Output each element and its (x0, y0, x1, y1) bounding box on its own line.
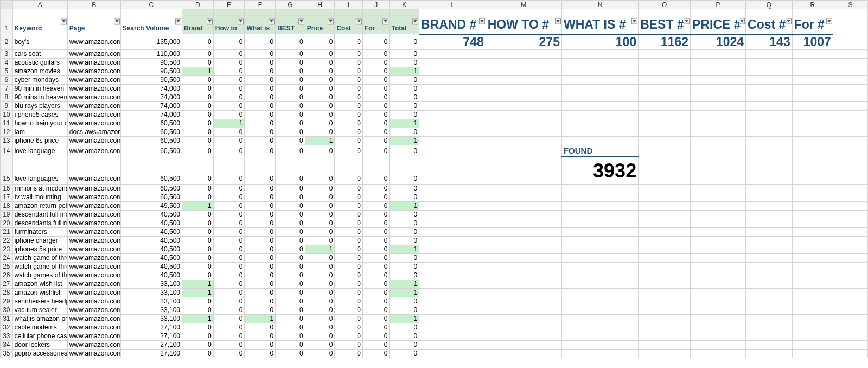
cell-empty[interactable] (561, 323, 638, 332)
rowhead-14[interactable]: 14 (1, 145, 13, 157)
cell-brand[interactable]: 0 (182, 128, 214, 136)
cell-empty[interactable] (561, 93, 638, 101)
cell-price[interactable]: 0 (305, 253, 335, 262)
cell-cost[interactable]: 0 (335, 58, 363, 67)
cell-keyword[interactable]: cyber mondays (12, 75, 67, 84)
cell-brand[interactable]: 0 (182, 136, 214, 145)
cell-empty[interactable] (792, 271, 833, 280)
cell-for[interactable]: 0 (362, 332, 389, 340)
price-filter-icon[interactable] (328, 18, 334, 24)
cell-whatis[interactable]: 0 (245, 58, 276, 67)
cell-page[interactable]: www.amazon.com/c (67, 271, 120, 280)
cell-howto[interactable]: 0 (213, 193, 245, 201)
cell-total[interactable]: 0 (390, 58, 419, 67)
brandnum-filter-icon[interactable] (479, 18, 485, 24)
cell-empty[interactable] (486, 128, 561, 136)
cell-whatis[interactable]: 0 (245, 93, 276, 101)
grid-table[interactable]: A B C D E F G H I J K L M N O P Q R S 1K… (0, 0, 868, 358)
cell-searchvolume[interactable]: 110,000 (120, 49, 182, 58)
cell-howto[interactable]: 0 (213, 110, 245, 119)
cell-empty[interactable] (561, 136, 638, 145)
cell-empty[interactable] (691, 136, 746, 145)
cell-howto[interactable]: 0 (213, 227, 245, 236)
cell-howto[interactable]: 0 (213, 219, 245, 227)
cell-for[interactable]: 0 (362, 67, 389, 75)
cell-empty[interactable] (639, 201, 691, 210)
cell-empty[interactable] (833, 349, 867, 358)
cell-empty[interactable] (486, 101, 561, 110)
rowhead-34[interactable]: 34 (1, 340, 13, 349)
cell-best[interactable]: 0 (276, 314, 305, 323)
cell-page[interactable]: www.amazon.com/w (67, 288, 120, 297)
cell-total[interactable]: 1 (390, 136, 419, 145)
cell-for[interactable]: 0 (362, 306, 389, 314)
rowhead-4[interactable]: 4 (1, 58, 13, 67)
cell-cost[interactable]: 0 (335, 262, 363, 271)
cell-best[interactable]: 0 (276, 227, 305, 236)
cell-brand[interactable]: 0 (182, 75, 214, 84)
cell-empty[interactable] (561, 101, 638, 110)
cell-whatis[interactable]: 0 (245, 184, 276, 193)
cell-empty[interactable] (833, 84, 867, 93)
cell-empty[interactable] (746, 340, 793, 349)
cell-empty[interactable] (746, 332, 793, 340)
cell-for[interactable]: 0 (362, 119, 389, 128)
cell-searchvolume[interactable]: 33,100 (120, 314, 182, 323)
cell-total[interactable]: 0 (390, 193, 419, 201)
cell-page[interactable]: www.amazon.com/A (67, 349, 120, 358)
cell-empty[interactable] (746, 184, 793, 193)
cell-empty[interactable] (639, 210, 691, 219)
cell-cost[interactable]: 0 (335, 297, 363, 306)
cell-cost[interactable]: 0 (335, 145, 363, 157)
cell-keyword[interactable]: amazon movies (12, 67, 67, 75)
cell-empty[interactable] (833, 210, 867, 219)
cell-empty[interactable] (746, 136, 793, 145)
cell-price[interactable]: 0 (305, 119, 335, 128)
cell-howto[interactable]: 0 (213, 332, 245, 340)
cell-page[interactable]: www.amazon.com/S (67, 297, 120, 306)
hdr-whatis[interactable]: What is (245, 9, 276, 34)
cell-cost[interactable]: 0 (335, 128, 363, 136)
cell-empty[interactable] (561, 201, 638, 210)
cell-for[interactable]: 0 (362, 101, 389, 110)
cell-for[interactable]: 0 (362, 253, 389, 262)
cell-empty[interactable] (419, 201, 486, 210)
cell-price[interactable]: 0 (305, 128, 335, 136)
cell-total[interactable]: 0 (390, 110, 419, 119)
cell-searchvolume[interactable]: 90,500 (120, 75, 182, 84)
cell-cost[interactable]: 0 (335, 306, 363, 314)
cell-empty[interactable] (833, 340, 867, 349)
cell-empty[interactable] (639, 262, 691, 271)
col-R[interactable]: R (792, 1, 833, 9)
cell-empty[interactable] (561, 236, 638, 245)
cell-price[interactable]: 0 (305, 349, 335, 358)
cell-for[interactable]: 0 (362, 110, 389, 119)
cell-empty[interactable] (691, 84, 746, 93)
cell-empty[interactable] (486, 49, 561, 58)
col-B[interactable]: B (67, 1, 120, 9)
cell-for[interactable]: 0 (362, 193, 389, 201)
cell-keyword[interactable]: watch game of thrones (12, 262, 67, 271)
cell-empty[interactable] (639, 101, 691, 110)
cell-empty[interactable] (833, 236, 867, 245)
cell-empty[interactable] (486, 340, 561, 349)
cell-brand[interactable]: 0 (182, 58, 214, 67)
cell-cost[interactable]: 0 (335, 136, 363, 145)
cell-page[interactable]: www.amazon.com/z (67, 184, 120, 193)
cell-brand[interactable]: 0 (182, 236, 214, 245)
cell-empty[interactable] (746, 84, 793, 93)
cell-empty[interactable] (792, 136, 833, 145)
cell-keyword[interactable]: boy's (12, 34, 67, 50)
cell-page[interactable]: www.amazon.com/l (67, 236, 120, 245)
cell-cost[interactable]: 0 (335, 49, 363, 58)
hdr-howto[interactable]: How to (213, 9, 245, 34)
cell-whatis[interactable]: 0 (245, 245, 276, 253)
cell-keyword[interactable]: iam (12, 128, 67, 136)
cell-empty[interactable] (486, 271, 561, 280)
cell-best[interactable]: 0 (276, 245, 305, 253)
cell-best[interactable]: 0 (276, 49, 305, 58)
cell-empty[interactable] (833, 128, 867, 136)
cell-keyword[interactable]: amazon wish list (12, 280, 67, 288)
cell-empty[interactable] (746, 236, 793, 245)
cell-best[interactable]: 0 (276, 136, 305, 145)
